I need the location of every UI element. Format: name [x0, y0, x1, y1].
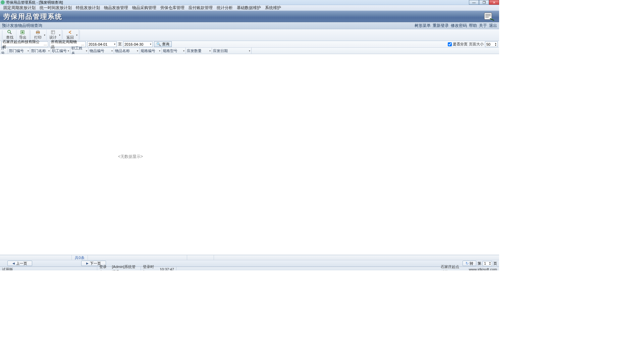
window-title: 劳保用品管理系统 - [预发明细查询] — [6, 0, 63, 5]
date-to-picker[interactable]: 2016-04-30▾ — [123, 41, 153, 47]
pagination-bar: ◀上一页 ▶下一页 ↻转 第 1▴▾ 页 — [0, 260, 499, 267]
column-header[interactable]: 部门名称▾ — [30, 48, 51, 54]
page-number-stepper[interactable]: 1▴▾ — [483, 261, 492, 266]
chevron-down-icon[interactable]: ▾ — [137, 49, 138, 52]
chevron-down-icon[interactable]: ▾ — [159, 49, 160, 52]
menu-item-distribution[interactable]: 物品发放管理 — [102, 5, 130, 11]
column-header[interactable]: 规格编号▾ — [140, 48, 162, 54]
svg-rect-2 — [485, 15, 491, 16]
svg-point-4 — [8, 30, 10, 33]
subtitle-bar: 预计发放物品明细查询 树形菜单 重新登录 修改密码 帮助 关于 退出 — [0, 22, 499, 29]
status-bar: 试用版 登录人：[Admin]系统管理员 登录时间：10:37:47 石家庄起点… — [0, 267, 499, 270]
export-icon — [20, 30, 25, 35]
total-count: 共0条 — [72, 255, 88, 260]
link-relogin[interactable]: 重新登录 — [433, 23, 449, 29]
column-header[interactable]: 规格型号▾ — [162, 48, 186, 54]
find-button[interactable]: 查找 — [3, 30, 16, 40]
count-bar: 共0条 — [0, 255, 499, 260]
back-button[interactable]: 返回 — [64, 30, 79, 40]
column-header[interactable]: 物品名称▾ — [114, 48, 140, 54]
chevron-down-icon[interactable]: ▾ — [249, 49, 250, 52]
maximize-button[interactable]: ❐ — [479, 0, 489, 5]
chevron-down-icon[interactable]: ▾ — [28, 49, 29, 52]
ellipsis-icon: … — [42, 42, 47, 46]
menu-statistics[interactable]: 统计分析 — [215, 5, 235, 11]
minimize-button[interactable]: — — [469, 0, 479, 5]
app-icon — [1, 0, 5, 4]
menu-special-approval[interactable]: 特批发放计划 — [74, 5, 102, 11]
spinner-icon: ▴▾ — [495, 42, 496, 46]
back-icon — [67, 30, 73, 35]
title-bar: 劳保用品管理系统 - [预发明细查询] — [0, 0, 499, 5]
svg-rect-10 — [51, 31, 55, 34]
column-header[interactable]: 部门编号▾ — [8, 48, 30, 54]
goto-icon: ↻ — [466, 261, 469, 266]
banner-title: 劳保用品管理系统 — [3, 12, 62, 21]
arrow-right-icon: ▶ — [86, 262, 89, 265]
page-size-label: 页面大小 — [469, 42, 484, 47]
spinner-icon: ▴▾ — [489, 261, 491, 265]
chevron-down-icon[interactable]: ▾ — [68, 49, 69, 52]
print-button[interactable]: 打印 — [32, 30, 47, 40]
pagination-checkbox[interactable]: 是否分页 — [448, 42, 468, 47]
login-user-cell: 登录人：[Admin]系统管理员 — [97, 267, 141, 270]
svg-rect-3 — [485, 17, 489, 17]
chevron-down-icon: ▾ — [149, 43, 151, 46]
menu-fixed-cycle[interactable]: 固定周期发放计划 — [1, 5, 38, 11]
link-help[interactable]: 帮助 — [469, 23, 477, 29]
app-banner: 劳保用品管理系统 — [0, 11, 499, 22]
chevron-down-icon[interactable]: ▾ — [86, 49, 87, 52]
close-button[interactable]: ✕ — [489, 0, 499, 5]
svg-rect-8 — [37, 31, 39, 32]
chevron-down-icon[interactable]: ▾ — [209, 49, 211, 52]
chevron-down-icon[interactable]: ▾ — [111, 49, 113, 52]
column-header[interactable]: 应发日期▾ — [212, 48, 252, 54]
chevron-down-icon[interactable]: ▾ — [183, 49, 184, 52]
menu-system[interactable]: 系统维护 — [263, 5, 283, 11]
edition-cell: 试用版 — [0, 267, 97, 270]
menu-basedata[interactable]: 基础数据维护 — [235, 5, 263, 11]
login-time-cell: 登录时间：10:37:47 — [141, 267, 176, 270]
chevron-down-icon[interactable]: ▾ — [48, 49, 50, 52]
menu-warehouse[interactable]: 劳保仓库管理 — [158, 5, 186, 11]
column-header[interactable]: 职工编号▾ — [51, 48, 70, 54]
window-controls: — ❐ ✕ — [469, 0, 499, 5]
search-icon — [7, 30, 12, 35]
link-tree-menu[interactable]: 树形菜单 — [415, 23, 431, 29]
link-exit[interactable]: 退出 — [489, 23, 497, 29]
printer-icon — [35, 30, 41, 35]
company-url-cell: 石家庄起点科技 www.jdkjsoft.com — [439, 267, 499, 270]
query-button[interactable]: 🔍查询 — [154, 41, 172, 47]
svg-rect-9 — [37, 33, 39, 34]
grid-header: 序号部门编号▾部门名称▾职工编号▾职工姓名▾物品编号▾物品名称▾规格编号▾规格型… — [0, 48, 499, 54]
page-label-prefix: 第 — [478, 261, 481, 266]
date-from-picker[interactable]: 2016-04-01▾ — [87, 41, 117, 47]
menu-bar: 固定周期发放计划 统一时间发放计划 特批发放计划 物品发放管理 物品采购管理 劳… — [0, 5, 499, 11]
go-button[interactable]: ↻转 — [463, 261, 476, 266]
column-header[interactable]: 职工姓名▾ — [70, 48, 89, 54]
binoculars-icon: 🔍 — [156, 42, 161, 46]
link-change-password[interactable]: 修改密码 — [451, 23, 467, 29]
prev-page-button[interactable]: ◀上一页 — [7, 261, 32, 266]
design-button[interactable]: 设计 — [47, 30, 62, 40]
column-header[interactable]: 物品编号▾ — [89, 48, 114, 54]
column-header[interactable]: 序号 — [0, 48, 8, 54]
banner-clipboard-icon — [482, 11, 496, 21]
page-label-suffix: 页 — [493, 261, 497, 266]
menu-unified-time[interactable]: 统一时间发放计划 — [38, 5, 74, 11]
link-about[interactable]: 关于 — [479, 23, 487, 29]
subtitle-links: 树形菜单 重新登录 修改密码 帮助 关于 退出 — [415, 23, 497, 29]
design-icon — [50, 30, 56, 35]
page-size-stepper[interactable]: 50▴▾ — [485, 41, 498, 47]
page-title: 预计发放物品明细查询 — [2, 23, 42, 29]
page-go-group: ↻转 第 1▴▾ 页 — [463, 261, 497, 266]
toolbar: 查找 导出 打印 设计 返回 — [0, 29, 499, 41]
arrow-left-icon: ◀ — [12, 262, 15, 265]
company-picker[interactable]: 石家庄起点科技有限公司… — [1, 41, 48, 47]
menu-item-purchase[interactable]: 物品采购管理 — [130, 5, 158, 11]
to-label: 至 — [118, 42, 122, 47]
menu-payable[interactable]: 应付账款管理 — [186, 5, 215, 11]
column-header[interactable]: 应发数量▾ — [186, 48, 212, 54]
grid-body: <无数据显示> — [0, 54, 499, 255]
export-button[interactable]: 导出 — [16, 30, 30, 40]
